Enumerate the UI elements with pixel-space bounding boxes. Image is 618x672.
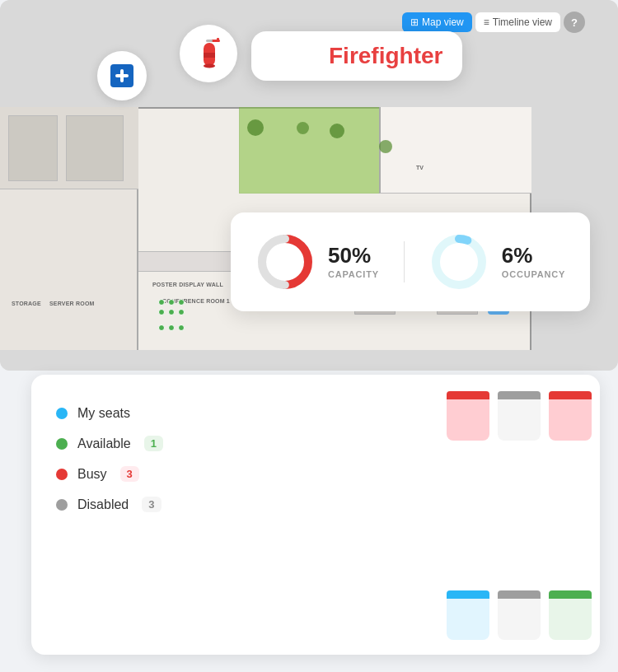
svg-rect-4 (217, 38, 219, 42)
help-button[interactable]: ? (564, 12, 585, 33)
available-dot (56, 438, 68, 450)
my-seats-label: My seats (77, 406, 130, 421)
legend-disabled: Disabled 3 (56, 497, 575, 512)
capacity-percent: 50% (328, 245, 379, 266)
stat-divider (404, 241, 405, 282)
fp-dot-4 (158, 309, 165, 315)
seat-swatches-top (447, 391, 592, 441)
legend-card: My seats Available 1 Busy 3 Disabled 3 (31, 375, 600, 655)
swatch-available (549, 590, 592, 640)
fp-dot-6 (178, 309, 185, 315)
svg-rect-6 (206, 40, 213, 42)
available-count: 1 (144, 436, 163, 451)
swatch-disabled-1 (498, 391, 541, 441)
map-card: STORAGE SERVER ROOM POSTER DISPLAY WALL … (0, 0, 618, 371)
capacity-label: CAPACITY (328, 269, 379, 279)
capacity-text-group: 50% CAPACITY (328, 245, 379, 279)
firstaid-icon (109, 63, 135, 89)
fp-dot-7 (158, 324, 165, 331)
svg-rect-2 (115, 74, 129, 77)
capacity-card: 50% CAPACITY 6% OCCUPANCY (231, 212, 590, 311)
swatch-myseats (447, 590, 489, 640)
my-seats-dot (56, 408, 68, 419)
fire-extinguisher-icon (194, 36, 223, 71)
available-label: Available (77, 436, 131, 451)
map-view-label: Map view (422, 16, 464, 28)
map-icon: ⊞ (410, 16, 419, 28)
legend-busy: Busy 3 (56, 466, 575, 482)
storage-room-label: STORAGE (12, 301, 41, 306)
busy-dot (56, 469, 68, 480)
fire-extinguisher-bubble (180, 25, 237, 82)
fp-dot-1 (158, 299, 165, 306)
map-view-button[interactable]: ⊞ Map view (402, 12, 472, 32)
fp-dot-2 (168, 299, 175, 306)
firefighter-tooltip: Firefighter (251, 31, 462, 81)
fp-dot-9 (178, 324, 185, 331)
disabled-dot (56, 499, 68, 511)
occupancy-stat: 6% OCCUPANCY (429, 232, 565, 292)
timeline-icon: ≡ (484, 16, 489, 28)
swatch-busy-1 (447, 391, 489, 441)
svg-rect-7 (204, 53, 215, 58)
busy-count: 3 (120, 466, 139, 482)
fp-dot-8 (168, 324, 175, 331)
swatch-busy-2 (549, 391, 592, 441)
fp-dot-5 (168, 309, 175, 315)
poster-display-label: POSTER DISPLAY WALL (152, 282, 223, 287)
view-toggle: ⊞ Map view ≡ Timeline view ? (402, 12, 585, 33)
occupancy-donut (429, 232, 489, 292)
busy-label: Busy (77, 467, 107, 482)
disabled-count: 3 (142, 497, 161, 512)
firstaid-bubble (97, 51, 147, 100)
disabled-label: Disabled (77, 497, 129, 512)
swatch-disabled-2 (498, 590, 541, 640)
occupancy-text-group: 6% OCCUPANCY (502, 245, 565, 279)
fp-dot-3 (178, 299, 185, 306)
occupancy-label: OCCUPANCY (502, 269, 565, 279)
svg-point-12 (436, 239, 482, 285)
firefighter-title: Firefighter (329, 43, 442, 69)
seat-swatches-bottom (447, 590, 592, 640)
occupancy-percent: 6% (502, 245, 565, 266)
server-room-label: SERVER ROOM (49, 301, 95, 306)
capacity-stat: 50% CAPACITY (255, 232, 379, 292)
timeline-view-label: Timeline view (493, 16, 552, 28)
timeline-view-button[interactable]: ≡ Timeline view (475, 12, 560, 32)
svg-point-8 (204, 64, 215, 68)
capacity-donut (255, 232, 315, 292)
